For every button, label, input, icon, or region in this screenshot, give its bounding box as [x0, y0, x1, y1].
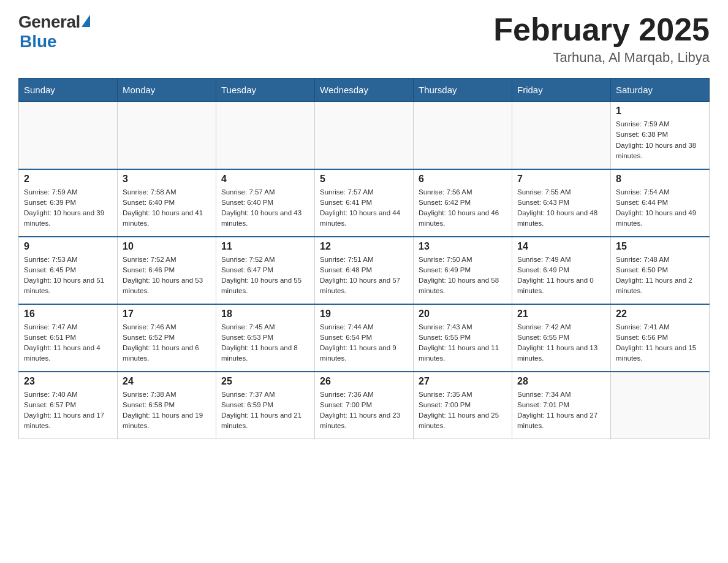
day-info: Sunrise: 7:46 AMSunset: 6:52 PMDaylight:… — [123, 322, 211, 364]
calendar-cell — [611, 372, 710, 439]
day-info: Sunrise: 7:55 AMSunset: 6:43 PMDaylight:… — [517, 187, 605, 229]
calendar-cell — [118, 102, 216, 169]
day-number: 16 — [24, 308, 112, 320]
day-info: Sunrise: 7:50 AMSunset: 6:49 PMDaylight:… — [419, 255, 507, 297]
day-info: Sunrise: 7:49 AMSunset: 6:49 PMDaylight:… — [517, 255, 605, 297]
day-number: 23 — [24, 376, 112, 387]
weekday-header-monday: Monday — [118, 79, 216, 102]
day-info: Sunrise: 7:51 AMSunset: 6:48 PMDaylight:… — [320, 255, 408, 297]
weekday-header-friday: Friday — [512, 79, 611, 102]
day-info: Sunrise: 7:40 AMSunset: 6:57 PMDaylight:… — [24, 389, 112, 432]
calendar-cell: 16Sunrise: 7:47 AMSunset: 6:51 PMDayligh… — [19, 304, 118, 372]
day-number: 22 — [616, 308, 704, 320]
calendar-cell: 4Sunrise: 7:57 AMSunset: 6:40 PMDaylight… — [216, 169, 315, 237]
day-number: 27 — [419, 376, 507, 387]
day-number: 25 — [221, 376, 309, 387]
day-info: Sunrise: 7:48 AMSunset: 6:50 PMDaylight:… — [616, 255, 704, 297]
day-number: 3 — [123, 174, 211, 185]
day-info: Sunrise: 7:36 AMSunset: 7:00 PMDaylight:… — [320, 389, 408, 432]
weekday-header-saturday: Saturday — [611, 79, 710, 102]
day-info: Sunrise: 7:52 AMSunset: 6:47 PMDaylight:… — [221, 255, 309, 297]
day-number: 20 — [419, 308, 507, 320]
day-info: Sunrise: 7:57 AMSunset: 6:40 PMDaylight:… — [221, 187, 309, 229]
page-header: General Blue February 2025 Tarhuna, Al M… — [18, 12, 710, 66]
calendar-cell: 20Sunrise: 7:43 AMSunset: 6:55 PMDayligh… — [414, 304, 512, 372]
week-row-3: 9Sunrise: 7:53 AMSunset: 6:45 PMDaylight… — [19, 237, 710, 304]
day-info: Sunrise: 7:45 AMSunset: 6:53 PMDaylight:… — [221, 322, 309, 364]
calendar-title: February 2025 — [493, 12, 710, 47]
weekday-header-thursday: Thursday — [414, 79, 512, 102]
logo-blue-text: Blue — [20, 32, 57, 52]
calendar-cell: 24Sunrise: 7:38 AMSunset: 6:58 PMDayligh… — [118, 372, 216, 439]
day-number: 12 — [320, 241, 408, 252]
calendar-cell: 2Sunrise: 7:59 AMSunset: 6:39 PMDaylight… — [19, 169, 118, 237]
day-info: Sunrise: 7:34 AMSunset: 7:01 PMDaylight:… — [517, 389, 605, 432]
day-info: Sunrise: 7:37 AMSunset: 6:59 PMDaylight:… — [221, 389, 309, 432]
day-info: Sunrise: 7:41 AMSunset: 6:56 PMDaylight:… — [616, 322, 704, 364]
calendar-cell: 25Sunrise: 7:37 AMSunset: 6:59 PMDayligh… — [216, 372, 315, 439]
day-number: 1 — [616, 105, 704, 117]
calendar-cell — [19, 102, 118, 169]
week-row-1: 1Sunrise: 7:59 AMSunset: 6:38 PMDaylight… — [19, 102, 710, 169]
day-number: 13 — [419, 241, 507, 252]
day-number: 21 — [517, 308, 605, 320]
day-number: 2 — [24, 174, 112, 185]
day-info: Sunrise: 7:47 AMSunset: 6:51 PMDaylight:… — [24, 322, 112, 364]
day-info: Sunrise: 7:35 AMSunset: 7:00 PMDaylight:… — [419, 389, 507, 432]
day-info: Sunrise: 7:58 AMSunset: 6:40 PMDaylight:… — [123, 187, 211, 229]
day-number: 28 — [517, 376, 605, 387]
weekday-header-wednesday: Wednesday — [315, 79, 414, 102]
day-number: 11 — [221, 241, 309, 252]
calendar-cell — [414, 102, 512, 169]
calendar-cell: 13Sunrise: 7:50 AMSunset: 6:49 PMDayligh… — [414, 237, 512, 304]
calendar-subtitle: Tarhuna, Al Marqab, Libya — [493, 50, 710, 66]
week-row-5: 23Sunrise: 7:40 AMSunset: 6:57 PMDayligh… — [19, 372, 710, 439]
calendar-cell: 8Sunrise: 7:54 AMSunset: 6:44 PMDaylight… — [611, 169, 710, 237]
weekday-header-row: SundayMondayTuesdayWednesdayThursdayFrid… — [19, 79, 710, 102]
day-number: 26 — [320, 376, 408, 387]
calendar-cell: 14Sunrise: 7:49 AMSunset: 6:49 PMDayligh… — [512, 237, 611, 304]
calendar-cell: 21Sunrise: 7:42 AMSunset: 6:55 PMDayligh… — [512, 304, 611, 372]
calendar-cell: 26Sunrise: 7:36 AMSunset: 7:00 PMDayligh… — [315, 372, 414, 439]
day-number: 9 — [24, 241, 112, 252]
day-number: 18 — [221, 308, 309, 320]
day-number: 17 — [123, 308, 211, 320]
calendar-cell: 5Sunrise: 7:57 AMSunset: 6:41 PMDaylight… — [315, 169, 414, 237]
calendar-cell — [216, 102, 315, 169]
day-info: Sunrise: 7:42 AMSunset: 6:55 PMDaylight:… — [517, 322, 605, 364]
week-row-2: 2Sunrise: 7:59 AMSunset: 6:39 PMDaylight… — [19, 169, 710, 237]
day-info: Sunrise: 7:56 AMSunset: 6:42 PMDaylight:… — [419, 187, 507, 229]
calendar-cell: 28Sunrise: 7:34 AMSunset: 7:01 PMDayligh… — [512, 372, 611, 439]
calendar-cell: 22Sunrise: 7:41 AMSunset: 6:56 PMDayligh… — [611, 304, 710, 372]
calendar-cell — [512, 102, 611, 169]
day-info: Sunrise: 7:54 AMSunset: 6:44 PMDaylight:… — [616, 187, 704, 229]
calendar-cell: 3Sunrise: 7:58 AMSunset: 6:40 PMDaylight… — [118, 169, 216, 237]
day-info: Sunrise: 7:59 AMSunset: 6:38 PMDaylight:… — [616, 119, 704, 161]
day-info: Sunrise: 7:38 AMSunset: 6:58 PMDaylight:… — [123, 389, 211, 432]
day-number: 8 — [616, 174, 704, 185]
weekday-header-tuesday: Tuesday — [216, 79, 315, 102]
day-info: Sunrise: 7:52 AMSunset: 6:46 PMDaylight:… — [123, 255, 211, 297]
day-info: Sunrise: 7:57 AMSunset: 6:41 PMDaylight:… — [320, 187, 408, 229]
logo: General Blue — [18, 12, 90, 52]
day-info: Sunrise: 7:44 AMSunset: 6:54 PMDaylight:… — [320, 322, 408, 364]
day-number: 6 — [419, 174, 507, 185]
calendar-cell: 15Sunrise: 7:48 AMSunset: 6:50 PMDayligh… — [611, 237, 710, 304]
day-number: 5 — [320, 174, 408, 185]
calendar-cell: 7Sunrise: 7:55 AMSunset: 6:43 PMDaylight… — [512, 169, 611, 237]
title-section: February 2025 Tarhuna, Al Marqab, Libya — [493, 12, 710, 66]
calendar-cell: 11Sunrise: 7:52 AMSunset: 6:47 PMDayligh… — [216, 237, 315, 304]
day-number: 4 — [221, 174, 309, 185]
calendar-table: SundayMondayTuesdayWednesdayThursdayFrid… — [18, 78, 710, 439]
calendar-cell: 19Sunrise: 7:44 AMSunset: 6:54 PMDayligh… — [315, 304, 414, 372]
day-info: Sunrise: 7:59 AMSunset: 6:39 PMDaylight:… — [24, 187, 112, 229]
day-info: Sunrise: 7:43 AMSunset: 6:55 PMDaylight:… — [419, 322, 507, 364]
day-number: 24 — [123, 376, 211, 387]
logo-triangle-icon — [82, 15, 90, 27]
day-number: 19 — [320, 308, 408, 320]
day-number: 14 — [517, 241, 605, 252]
calendar-cell: 27Sunrise: 7:35 AMSunset: 7:00 PMDayligh… — [414, 372, 512, 439]
day-info: Sunrise: 7:53 AMSunset: 6:45 PMDaylight:… — [24, 255, 112, 297]
calendar-cell — [315, 102, 414, 169]
calendar-cell: 1Sunrise: 7:59 AMSunset: 6:38 PMDaylight… — [611, 102, 710, 169]
